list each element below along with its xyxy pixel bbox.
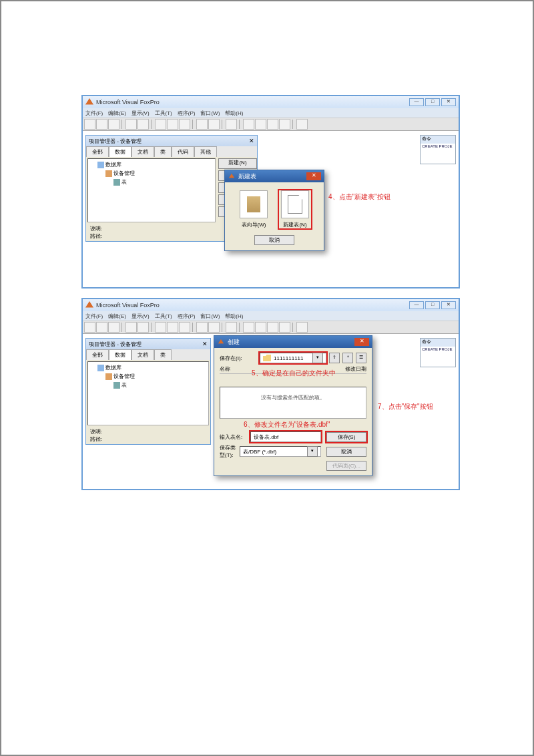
toolbar-db-icon[interactable] bbox=[243, 322, 254, 333]
toolbar-redo-icon[interactable] bbox=[208, 119, 220, 130]
dialog-close-icon[interactable]: ✕ bbox=[354, 338, 369, 346]
pm-tree[interactable]: 数据库 设备管理 表 bbox=[87, 361, 209, 425]
filename-input[interactable]: 设备表.dbf bbox=[250, 431, 321, 442]
menu-item[interactable]: 文件(F) bbox=[85, 110, 103, 117]
tab-data[interactable]: 数据 bbox=[109, 146, 131, 157]
toolbar-preview-icon[interactable] bbox=[138, 322, 149, 333]
toolbar-print-icon[interactable] bbox=[125, 322, 137, 333]
tab-all[interactable]: 全部 bbox=[86, 349, 109, 360]
menu-item[interactable]: 帮助(H) bbox=[225, 313, 243, 320]
toolbar-help-icon[interactable] bbox=[296, 322, 308, 333]
minimize-button[interactable]: — bbox=[409, 98, 424, 106]
tab-docs[interactable]: 文档 bbox=[131, 146, 154, 157]
tab-class[interactable]: 类 bbox=[154, 146, 172, 157]
cancel-button[interactable]: 取消 bbox=[326, 447, 366, 457]
toolbar-preview-icon[interactable] bbox=[138, 119, 149, 130]
chevron-down-icon[interactable]: ▾ bbox=[307, 446, 318, 457]
menu-item[interactable]: 显示(V) bbox=[131, 313, 150, 320]
toolbar-run-icon[interactable] bbox=[226, 119, 237, 130]
toolbar-class-icon[interactable] bbox=[279, 322, 290, 333]
menu-item[interactable]: 编辑(E) bbox=[108, 110, 126, 117]
menu-item[interactable]: 窗口(W) bbox=[200, 110, 220, 117]
menu-item[interactable]: 工具(T) bbox=[155, 313, 172, 320]
toolbar-new-icon[interactable] bbox=[84, 322, 95, 333]
view-icon[interactable]: ☰ bbox=[356, 353, 366, 363]
toolbar-paste-icon[interactable] bbox=[179, 322, 190, 333]
app-titlebar: Microsoft Visual FoxPro — □ ✕ bbox=[83, 299, 459, 311]
menu-item[interactable]: 文件(F) bbox=[85, 313, 103, 320]
toolbar-report-icon[interactable] bbox=[267, 119, 278, 130]
toolbar-run-icon[interactable] bbox=[226, 322, 237, 333]
toolbar-form-icon[interactable] bbox=[255, 119, 266, 130]
save-in-combo[interactable]: 1111111111 ▾ bbox=[260, 353, 326, 363]
toolbar-undo-icon[interactable] bbox=[196, 322, 208, 333]
save-button[interactable]: 保存(S) bbox=[326, 432, 366, 442]
table-wizard-choice[interactable]: 表向导(W) bbox=[238, 190, 270, 228]
pm-tree[interactable]: 数据库 设备管理 表 bbox=[87, 158, 216, 222]
menu-item[interactable]: 程序(P) bbox=[178, 313, 196, 320]
app-icon bbox=[85, 301, 93, 309]
app-menubar: 文件(F) 编辑(E) 显示(V) 工具(T) 程序(P) 窗口(W) 帮助(H… bbox=[83, 311, 459, 321]
chevron-down-icon[interactable]: ▾ bbox=[312, 353, 323, 363]
menu-item[interactable]: 工具(T) bbox=[155, 110, 172, 117]
menu-item[interactable]: 程序(P) bbox=[178, 110, 196, 117]
minimize-button[interactable]: — bbox=[409, 301, 424, 309]
database-icon bbox=[97, 162, 104, 168]
maximize-button[interactable]: □ bbox=[425, 98, 440, 106]
up-folder-icon[interactable]: ⇧ bbox=[329, 353, 340, 363]
filetype-label: 保存类型(T): bbox=[220, 444, 237, 459]
command-body[interactable]: CREATE PROJE bbox=[421, 144, 455, 149]
toolbar-cut-icon[interactable] bbox=[155, 119, 166, 130]
toolbar-copy-icon[interactable] bbox=[167, 119, 178, 130]
command-body[interactable]: CREATE PROJE bbox=[421, 347, 455, 352]
menu-item[interactable]: 编辑(E) bbox=[108, 313, 126, 320]
db-child-icon bbox=[105, 170, 112, 177]
toolbar-help-icon[interactable] bbox=[296, 119, 308, 130]
dialog-title: 创建 bbox=[228, 338, 240, 347]
close-button[interactable]: ✕ bbox=[441, 301, 456, 309]
tab-all[interactable]: 全部 bbox=[86, 146, 109, 157]
toolbar-class-icon[interactable] bbox=[279, 119, 290, 130]
new-table-choice[interactable]: 新建表(N) bbox=[279, 190, 311, 228]
pm-close-icon[interactable]: ✕ bbox=[202, 341, 208, 347]
maximize-button[interactable]: □ bbox=[425, 301, 440, 309]
close-button[interactable]: ✕ bbox=[441, 98, 456, 106]
tab-data[interactable]: 数据 bbox=[109, 349, 131, 360]
tab-code[interactable]: 代码 bbox=[172, 146, 194, 157]
command-title: 命令 bbox=[421, 339, 455, 347]
table-icon bbox=[113, 179, 120, 186]
dialog-close-icon[interactable]: ✕ bbox=[306, 172, 321, 180]
toolbar-print-icon[interactable] bbox=[125, 119, 137, 130]
codepage-button[interactable]: 代码页(C)... bbox=[326, 461, 366, 471]
pm-new-button[interactable]: 新建(N) bbox=[218, 158, 257, 169]
toolbar-db-icon[interactable] bbox=[243, 119, 254, 130]
project-manager-title: 项目管理器 - 设备管理 ✕ bbox=[86, 339, 210, 349]
toolbar-undo-icon[interactable] bbox=[196, 119, 208, 130]
toolbar-save-icon[interactable] bbox=[108, 119, 119, 130]
workspace: 项目管理器 - 设备管理 ✕ 全部 数据 文档 类 代码 其他 数据库 设备管理… bbox=[83, 131, 459, 289]
menu-item[interactable]: 显示(V) bbox=[131, 110, 150, 117]
tab-class[interactable]: 类 bbox=[154, 349, 172, 360]
tab-docs[interactable]: 文档 bbox=[131, 349, 154, 360]
new-folder-icon[interactable]: ＊ bbox=[342, 353, 353, 363]
toolbar-redo-icon[interactable] bbox=[208, 322, 220, 333]
command-window: 命令 CREATE PROJE bbox=[420, 338, 456, 367]
toolbar-open-icon[interactable] bbox=[96, 322, 107, 333]
toolbar-new-icon[interactable] bbox=[84, 119, 95, 130]
menu-item[interactable]: 帮助(H) bbox=[225, 110, 243, 117]
toolbar-save-icon[interactable] bbox=[108, 322, 119, 333]
toolbar-open-icon[interactable] bbox=[96, 119, 107, 130]
filetype-combo[interactable]: 表/DBF (*.dbf) ▾ bbox=[240, 446, 321, 457]
toolbar-report-icon[interactable] bbox=[267, 322, 278, 333]
tab-other[interactable]: 其他 bbox=[194, 146, 217, 157]
pm-desc-label: 说明: bbox=[90, 428, 206, 435]
cancel-button[interactable]: 取消 bbox=[254, 235, 294, 245]
menu-item[interactable]: 窗口(W) bbox=[200, 313, 220, 320]
col-name: 名称 bbox=[220, 365, 230, 373]
toolbar-form-icon[interactable] bbox=[255, 322, 266, 333]
toolbar-cut-icon[interactable] bbox=[155, 322, 166, 333]
pm-close-icon[interactable]: ✕ bbox=[249, 138, 254, 144]
toolbar-paste-icon[interactable] bbox=[179, 119, 190, 130]
toolbar-copy-icon[interactable] bbox=[167, 322, 178, 333]
folder-icon bbox=[263, 355, 271, 361]
